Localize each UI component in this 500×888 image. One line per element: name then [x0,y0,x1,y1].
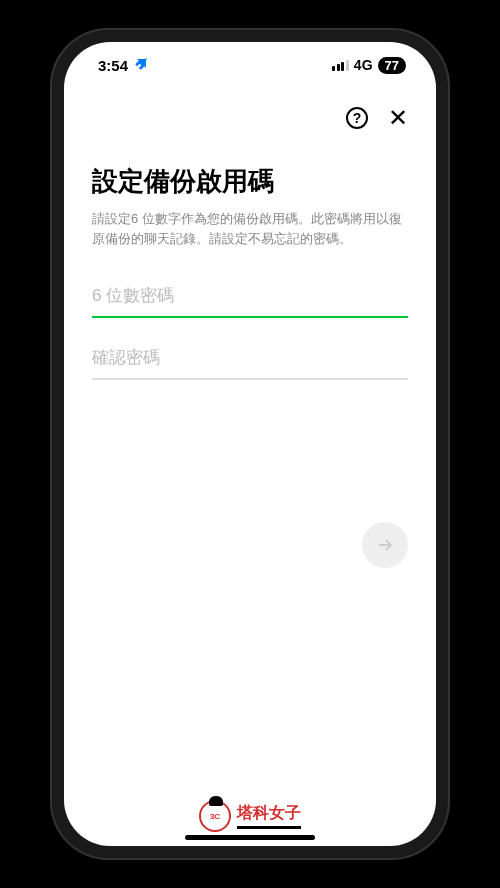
home-indicator[interactable] [185,835,315,840]
confirm-password-input[interactable] [92,338,408,380]
status-left: 3:54 [98,56,149,74]
confirm-input-group [92,338,408,380]
arrow-right-icon [375,535,395,555]
location-icon [134,56,149,74]
battery-icon: 77 [378,57,406,74]
content: 設定備份啟用碼 請設定6 位數字作為您的備份啟用碼。此密碼將用以復原備份的聊天記… [64,146,436,846]
page-title: 設定備份啟用碼 [92,164,408,199]
top-actions: ? ✕ [64,78,436,146]
help-icon[interactable]: ? [346,107,368,129]
password-input[interactable] [92,276,408,318]
phone-frame: 3:54 4G 77 ? ✕ 設定備份啟用碼 請設定6 位數字作為您的備份啟用碼… [52,30,448,858]
next-button[interactable] [362,522,408,568]
page-description: 請設定6 位數字作為您的備份啟用碼。此密碼將用以復原備份的聊天記錄。請設定不易忘… [92,209,408,248]
watermark: 3C 塔科女子 [199,800,301,832]
watermark-mascot-icon: 3C [199,800,231,832]
network-label: 4G [354,57,373,73]
status-right: 4G 77 [332,57,406,74]
signal-icon [332,60,349,71]
screen: 3:54 4G 77 ? ✕ 設定備份啟用碼 請設定6 位數字作為您的備份啟用碼… [64,42,436,846]
close-icon[interactable]: ✕ [388,106,408,130]
status-bar: 3:54 4G 77 [64,42,436,78]
password-input-group [92,276,408,318]
watermark-text: 塔科女子 [237,803,301,829]
status-time: 3:54 [98,57,128,74]
